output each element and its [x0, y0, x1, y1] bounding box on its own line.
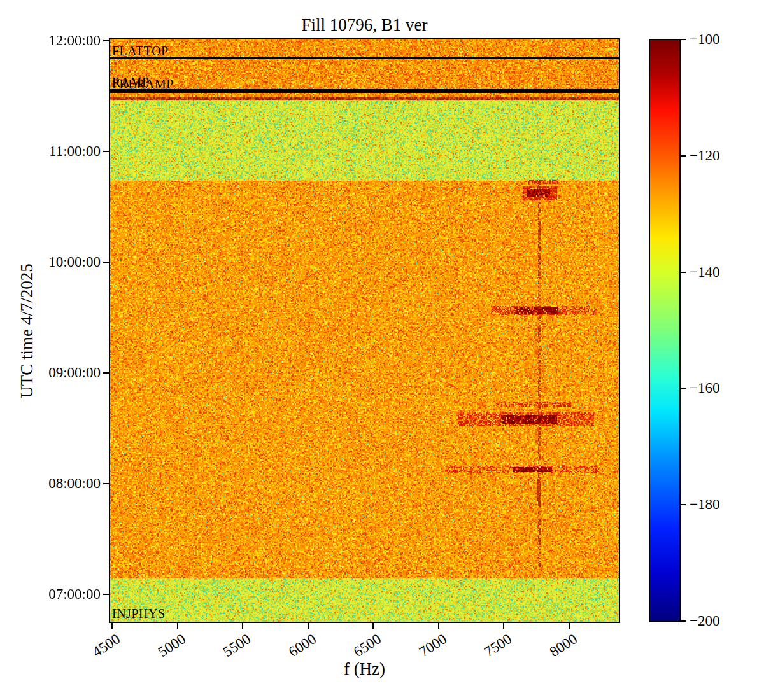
- y-tick-label: 11:00:00: [24, 144, 101, 158]
- spectrogram-canvas: [110, 39, 619, 622]
- x-tick-mark: [111, 623, 113, 629]
- colorbar-tick-mark: [681, 388, 686, 389]
- y-tick-mark: [103, 262, 109, 263]
- x-tick-mark: [569, 623, 570, 629]
- x-tick-mark: [308, 623, 309, 629]
- y-tick-mark: [103, 483, 109, 484]
- spectrogram-figure: Fill 10796, B1 ver UTC time 4/7/2025 f (…: [0, 0, 764, 700]
- beam-mode-label-preramp: PRERAMP: [112, 78, 174, 90]
- colorbar: [649, 39, 681, 622]
- colorbar-tick-label: −120: [690, 148, 719, 163]
- colorbar-tick-label: −160: [690, 381, 719, 395]
- y-tick-label: 09:00:00: [24, 365, 101, 380]
- x-tick-mark: [372, 623, 374, 629]
- colorbar-tick-mark: [681, 620, 686, 622]
- beam-mode-line-flattop: [110, 57, 619, 59]
- beam-mode-line-preramp: [110, 91, 619, 93]
- y-tick-mark: [103, 372, 109, 374]
- y-tick-label: 07:00:00: [24, 587, 101, 601]
- plot-area: FLATTOPRAMPPRERAMPINJPHYS: [109, 38, 620, 623]
- y-tick-mark: [103, 40, 109, 41]
- x-tick-mark: [242, 623, 243, 629]
- beam-mode-label-injphys: INJPHYS: [112, 607, 166, 620]
- y-tick-label: 10:00:00: [24, 255, 101, 269]
- colorbar-tick-mark: [681, 272, 686, 273]
- colorbar-tick-label: −140: [690, 265, 719, 279]
- x-tick-mark: [438, 623, 439, 629]
- colorbar-tick-label: −100: [690, 32, 719, 46]
- y-tick-label: 12:00:00: [24, 33, 101, 48]
- beam-mode-label-flattop: FLATTOP: [112, 45, 169, 57]
- y-tick-label: 08:00:00: [24, 476, 101, 491]
- colorbar-tick-mark: [681, 39, 686, 40]
- plot-title: Fill 10796, B1 ver: [110, 15, 619, 35]
- y-tick-mark: [103, 594, 109, 595]
- x-tick-mark: [503, 623, 504, 629]
- x-tick-mark: [177, 623, 178, 629]
- colorbar-tick-mark: [681, 155, 686, 157]
- colorbar-tick-label: −180: [690, 497, 719, 512]
- y-tick-mark: [103, 151, 109, 152]
- colorbar-tick-label: −200: [690, 613, 719, 628]
- colorbar-tick-mark: [681, 504, 686, 505]
